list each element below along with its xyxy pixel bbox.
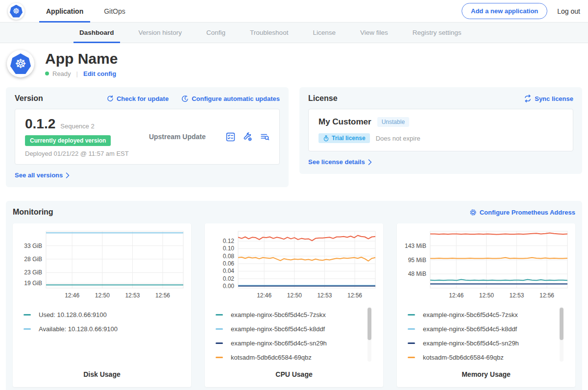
- license-expiration: Does not expire: [376, 135, 420, 142]
- legend-swatch: [24, 328, 31, 330]
- svg-text:12:46: 12:46: [257, 292, 271, 299]
- version-sequence: Sequence 2: [60, 122, 94, 130]
- svg-text:12:50: 12:50: [95, 292, 110, 299]
- customer-name: My Customer: [318, 117, 371, 127]
- chart-legend: example-nginx-5bc6f5d4c5-7zskxexample-ng…: [408, 306, 571, 367]
- svg-text:12:50: 12:50: [479, 292, 494, 299]
- subnav-tab-registry-settings[interactable]: Registry settings: [407, 23, 467, 43]
- kubernetes-app-icon: ☸: [10, 53, 31, 74]
- tab-gitops[interactable]: GitOps: [97, 0, 132, 23]
- check-for-update-link[interactable]: Check for update: [106, 95, 169, 102]
- subnav-tab-version-history[interactable]: Version history: [133, 23, 188, 43]
- svg-text:0.04: 0.04: [223, 268, 235, 274]
- chart-title: Memory Usage: [401, 370, 571, 378]
- legend-swatch: [408, 314, 415, 316]
- config-wrench-icon[interactable]: [243, 132, 252, 142]
- app-sub-nav: Dashboard Version history Config Trouble…: [0, 23, 588, 43]
- chevron-right-icon: [368, 159, 372, 165]
- cpu-usage-chart: 0.120.100.080.060.040.020.0012:4612:5012…: [209, 228, 379, 301]
- svg-text:12:56: 12:56: [155, 292, 170, 299]
- legend-label: example-nginx-5bc6f5d4c5-7zskx: [423, 311, 518, 318]
- chart-title: CPU Usage: [209, 370, 379, 378]
- legend-label: Used: 10.128.0.66:9100: [39, 311, 107, 318]
- svg-text:23 GiB: 23 GiB: [24, 269, 42, 276]
- current-version-panel: 0.1.2 Sequence 2 Currently deployed vers…: [15, 109, 280, 165]
- legend-item: example-nginx-5bc6f5d4c5-k8ddf: [216, 322, 379, 336]
- svg-text:48 MiB: 48 MiB: [408, 270, 426, 277]
- subnav-tab-license[interactable]: License: [307, 23, 342, 43]
- view-diff-icon[interactable]: [260, 132, 270, 142]
- license-type-badge: Trial license: [318, 133, 370, 143]
- deployed-badge: Currently deployed version: [25, 135, 111, 146]
- kubernetes-helm-icon: ☸: [10, 5, 23, 18]
- chart-title: Disk Usage: [17, 370, 187, 378]
- stopwatch-icon: [323, 135, 329, 142]
- svg-text:12:46: 12:46: [65, 292, 79, 299]
- svg-text:33 GiB: 33 GiB: [24, 243, 42, 249]
- svg-text:0.06: 0.06: [223, 260, 235, 267]
- legend-swatch: [216, 342, 223, 344]
- svg-text:12:56: 12:56: [539, 292, 554, 299]
- license-card-title: License: [308, 94, 338, 103]
- version-card-title: Version: [15, 94, 43, 103]
- legend-item: kotsadm-5db6dc6584-69qbz: [216, 350, 379, 365]
- divider: |: [76, 70, 78, 77]
- legend-swatch: [408, 328, 415, 330]
- edit-config-link[interactable]: Edit config: [83, 70, 116, 77]
- kubernetes-logo[interactable]: ☸: [8, 3, 24, 20]
- sync-license-link[interactable]: Sync license: [524, 95, 573, 102]
- svg-text:12:53: 12:53: [317, 292, 332, 299]
- svg-text:12:53: 12:53: [125, 292, 140, 299]
- chevron-right-icon: [66, 172, 70, 178]
- app-header: ☸ App Name Ready | Edit config: [0, 43, 588, 85]
- version-card: Version Check for update Configure autom…: [6, 87, 289, 187]
- tab-application[interactable]: Application: [39, 0, 90, 23]
- subnav-tab-troubleshoot[interactable]: Troubleshoot: [244, 23, 294, 43]
- legend-swatch: [408, 342, 415, 344]
- gear-icon: [469, 209, 477, 216]
- add-application-button[interactable]: Add a new application: [462, 3, 547, 19]
- monitoring-panel: Monitoring Configure Prometheus Address …: [6, 201, 582, 390]
- see-license-details-link[interactable]: See license details: [308, 158, 372, 166]
- status-dot: [45, 72, 49, 75]
- disk-usage-chart: 33 GiB28 GiB23 GiB19 GiB12:4612:5012:531…: [17, 228, 187, 301]
- subnav-tab-config[interactable]: Config: [200, 23, 231, 43]
- channel-badge: Unstable: [377, 117, 409, 127]
- configure-automatic-updates-link[interactable]: Configure automatic updates: [181, 95, 280, 102]
- see-all-versions-link[interactable]: See all versions: [15, 171, 70, 179]
- memory-usage-chart: 143 MiB95 MiB48 MiB12:4612:5012:5312:56: [401, 228, 571, 301]
- preflight-checks-icon[interactable]: [226, 132, 235, 142]
- legend-scrollbar-thumb[interactable]: [368, 308, 371, 340]
- legend-scrollbar[interactable]: [560, 307, 564, 362]
- status-badge: Ready: [52, 70, 71, 77]
- cpu-usage-chart-card: 0.120.100.080.060.040.020.0012:4612:5012…: [205, 223, 383, 387]
- legend-item: example-nginx-5bc6f5d4c5-7zskx: [408, 308, 571, 322]
- svg-text:12:50: 12:50: [287, 292, 302, 299]
- subnav-tab-dashboard[interactable]: Dashboard: [74, 23, 120, 43]
- legend-swatch: [408, 357, 415, 358]
- version-source-label: Upstream Update: [129, 133, 226, 141]
- configure-prometheus-link[interactable]: Configure Prometheus Address: [469, 209, 575, 216]
- legend-item: example-nginx-5bc6f5d4c5-7zskx: [216, 308, 379, 322]
- legend-label: example-nginx-5bc6f5d4c5-7zskx: [231, 311, 326, 318]
- legend-item: kotsadm-5db6dc6584-69qbz: [408, 350, 571, 365]
- legend-label: example-nginx-5bc6f5d4c5-k8ddf: [423, 325, 517, 333]
- legend-scrollbar-thumb[interactable]: [560, 308, 564, 340]
- disk-usage-chart-card: 33 GiB28 GiB23 GiB19 GiB12:4612:5012:531…: [13, 223, 191, 387]
- legend-item: Used: 10.128.0.66:9100: [24, 308, 187, 322]
- legend-label: example-nginx-5bc6f5d4c5-k8ddf: [231, 325, 325, 333]
- logout-link[interactable]: Log out: [557, 7, 580, 15]
- subnav-tab-view-files[interactable]: View files: [354, 23, 394, 43]
- license-card: License Sync license My Customer Unstabl…: [299, 87, 582, 174]
- legend-scrollbar[interactable]: [368, 307, 371, 362]
- top-nav-actions: Add a new application Log out: [462, 3, 580, 19]
- svg-text:28 GiB: 28 GiB: [24, 256, 42, 263]
- legend-label: kotsadm-5db6dc6584-69qbz: [231, 354, 312, 361]
- refresh-icon: [106, 95, 114, 102]
- chart-legend: example-nginx-5bc6f5d4c5-7zskxexample-ng…: [216, 306, 379, 367]
- svg-text:0.12: 0.12: [223, 238, 235, 244]
- monitoring-title: Monitoring: [13, 208, 53, 217]
- legend-swatch: [24, 314, 31, 316]
- memory-usage-chart-card: 143 MiB95 MiB48 MiB12:4612:5012:5312:56 …: [397, 223, 575, 387]
- legend-item: Available: 10.128.0.66:9100: [24, 322, 187, 336]
